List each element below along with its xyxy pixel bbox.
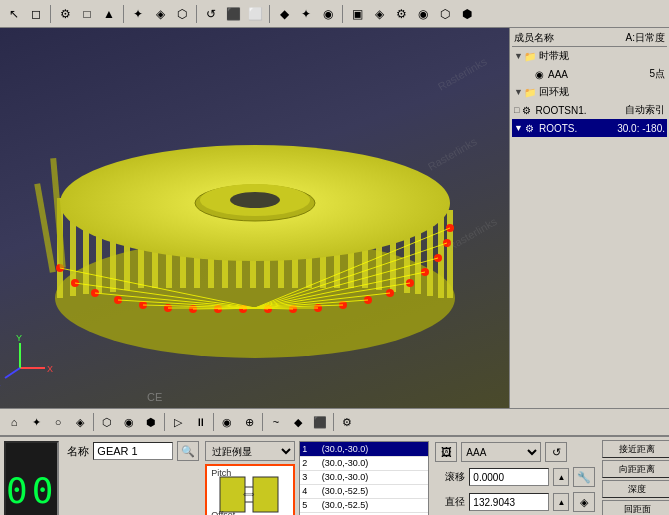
scroll-row: 滚移 ▲ 🔧 (435, 466, 595, 488)
table-row-4[interactable]: 4 (30.0,-52.5) (300, 484, 428, 498)
tree-item-timebelt[interactable]: ▼ 📁 时带规 (512, 47, 667, 65)
btn-close-dist[interactable]: 接近距离 (602, 440, 669, 458)
diameter-icon[interactable]: ◈ (573, 492, 595, 512)
btm-icon-11[interactable]: ⊕ (239, 412, 259, 432)
digit-display: 00 (4, 441, 59, 515)
tree-item-aaa[interactable]: ◉ AAA 5点 (512, 65, 667, 83)
expand-icon-4: ▼ (514, 123, 523, 133)
toolbar-icon-14[interactable]: ◉ (318, 4, 338, 24)
folder-icon-2: 📁 (523, 85, 537, 99)
panel-col2-header: A:日常度 (626, 31, 665, 45)
row1-num: 1 (300, 442, 319, 456)
toolbar-icon-6[interactable]: ✦ (128, 4, 148, 24)
data-table[interactable]: 1 (30.0,-30.0) 2 (30.0,-30.0) 3 (30.0,-3… (299, 441, 429, 515)
btm-icon-9[interactable]: ⏸ (190, 412, 210, 432)
btm-icon-13[interactable]: ◆ (288, 412, 308, 432)
bottom-toolbar: ⌂ ✦ ○ ◈ ⬡ ◉ ⬢ ▷ ⏸ ◉ ⊕ ~ ◆ ⬛ ⚙ (0, 408, 669, 436)
row5-val: (30.0,-52.5) (320, 498, 429, 512)
diameter-input[interactable] (469, 493, 549, 511)
svg-point-34 (230, 192, 280, 208)
btm-icon-1[interactable]: ⌂ (4, 412, 24, 432)
toolbar-icon-1[interactable]: ↖ (4, 4, 24, 24)
btm-icon-4[interactable]: ◈ (70, 412, 90, 432)
main-toolbar: ↖ ◻ ⚙ □ ▲ ✦ ◈ ⬡ ↺ ⬛ ⬜ ◆ ✦ ◉ ▣ ◈ ⚙ ◉ ⬡ ⬢ (0, 0, 669, 28)
btn-away-dist[interactable]: 向距距离 (602, 460, 669, 478)
expand-icon-2: ▼ (514, 87, 523, 97)
tree-item-rootsn1[interactable]: □ ⚙ ROOTSN1. 自动索引 (512, 101, 667, 119)
toolbar-icon-15[interactable]: ▣ (347, 4, 367, 24)
btm-icon-5[interactable]: ⬡ (97, 412, 117, 432)
3d-viewport[interactable]: X Y Z Rasterlinks Rasterlinks Rasterlink… (0, 28, 509, 408)
btn-depth[interactable]: 深度 (602, 480, 669, 498)
method-dropdown[interactable]: 过距例显 (205, 441, 295, 461)
selector-refresh[interactable]: ↺ (545, 442, 567, 462)
name-input[interactable] (93, 442, 173, 460)
properties-panel: 00 名称 🔍 过距例显 Pitch ⟺ Offset (0, 436, 669, 515)
row2-num: 2 (300, 456, 319, 470)
toolbar-icon-2[interactable]: ◻ (26, 4, 46, 24)
svg-text:X: X (47, 364, 53, 374)
row2-val: (30.0,-30.0) (320, 456, 429, 470)
btm-icon-6[interactable]: ◉ (119, 412, 139, 432)
row1-val: (30.0,-30.0) (320, 442, 429, 456)
svg-text:⟺: ⟺ (243, 490, 255, 499)
toolbar-icon-7[interactable]: ◈ (150, 4, 170, 24)
scroll-icon[interactable]: 🔧 (573, 467, 595, 487)
panel-header: 成员名称 A:日常度 (512, 30, 667, 47)
toolbar-icon-17[interactable]: ⚙ (391, 4, 411, 24)
name-icon-btn[interactable]: 🔍 (177, 441, 199, 461)
toolbar-sep-4 (269, 5, 270, 23)
preview-offset-label: Offset (211, 510, 235, 515)
toolbar-icon-16[interactable]: ◈ (369, 4, 389, 24)
toolbar-icon-20[interactable]: ⬢ (457, 4, 477, 24)
method-preview: Pitch ⟺ Offset (205, 464, 295, 515)
table-row-2[interactable]: 2 (30.0,-30.0) (300, 456, 428, 470)
tree-item-roots-selected[interactable]: ▼ ⚙ ROOTS. 30.0: -180. (512, 119, 667, 137)
btm-icon-2[interactable]: ✦ (26, 412, 46, 432)
toolbar-icon-5[interactable]: ▲ (99, 4, 119, 24)
table-row-5[interactable]: 5 (30.0,-52.5) (300, 498, 428, 512)
toolbar-icon-19[interactable]: ⬡ (435, 4, 455, 24)
toolbar-icon-18[interactable]: ◉ (413, 4, 433, 24)
scroll-spin-up[interactable]: ▲ (553, 468, 569, 486)
svg-line-79 (5, 368, 20, 378)
btm-icon-7[interactable]: ⬢ (141, 412, 161, 432)
btm-icon-10[interactable]: ◉ (217, 412, 237, 432)
coords-table: 1 (30.0,-30.0) 2 (30.0,-30.0) 3 (30.0,-3… (300, 442, 428, 513)
item-icon-4: ⚙ (523, 121, 537, 135)
row3-val: (30.0,-30.0) (320, 470, 429, 484)
folder-icon-1: 📁 (523, 49, 537, 63)
toolbar-icon-4[interactable]: □ (77, 4, 97, 24)
tree-item-loop[interactable]: ▼ 📁 回环规 (512, 83, 667, 101)
toolbar-icon-13[interactable]: ✦ (296, 4, 316, 24)
toolbar-icon-3[interactable]: ⚙ (55, 4, 75, 24)
tree-label-1: 时带规 (539, 49, 665, 63)
tree-label-2: AAA (548, 69, 649, 80)
diameter-spin[interactable]: ▲ (553, 493, 569, 511)
table-row-1[interactable]: 1 (30.0,-30.0) (300, 442, 428, 456)
panel-col1-header: 成员名称 (514, 31, 554, 45)
main-area: X Y Z Rasterlinks Rasterlinks Rasterlink… (0, 28, 669, 408)
row5-num: 5 (300, 498, 319, 512)
btm-icon-12[interactable]: ~ (266, 412, 286, 432)
svg-rect-84 (253, 477, 278, 512)
diameter-label: 直径 (435, 495, 465, 509)
btn-return-face[interactable]: 回距面 (602, 500, 669, 515)
table-row-3[interactable]: 3 (30.0,-30.0) (300, 470, 428, 484)
selector-dropdown[interactable]: AAA (461, 442, 541, 462)
toolbar-icon-10[interactable]: ⬛ (223, 4, 243, 24)
diameter-row: 直径 ▲ ◈ (435, 491, 595, 513)
btm-icon-8[interactable]: ▷ (168, 412, 188, 432)
toolbar-icon-8[interactable]: ⬡ (172, 4, 192, 24)
toolbar-icon-11[interactable]: ⬜ (245, 4, 265, 24)
btm-icon-14[interactable]: ⬛ (310, 412, 330, 432)
btm-icon-3[interactable]: ○ (48, 412, 68, 432)
toolbar-sep-1 (50, 5, 51, 23)
scroll-input[interactable] (469, 468, 549, 486)
gear-visualization: X Y Z (0, 28, 509, 408)
btm-icon-15[interactable]: ⚙ (337, 412, 357, 432)
selector-icon[interactable]: 🖼 (435, 442, 457, 462)
row4-val: (30.0,-52.5) (320, 484, 429, 498)
toolbar-icon-12[interactable]: ◆ (274, 4, 294, 24)
toolbar-icon-9[interactable]: ↺ (201, 4, 221, 24)
